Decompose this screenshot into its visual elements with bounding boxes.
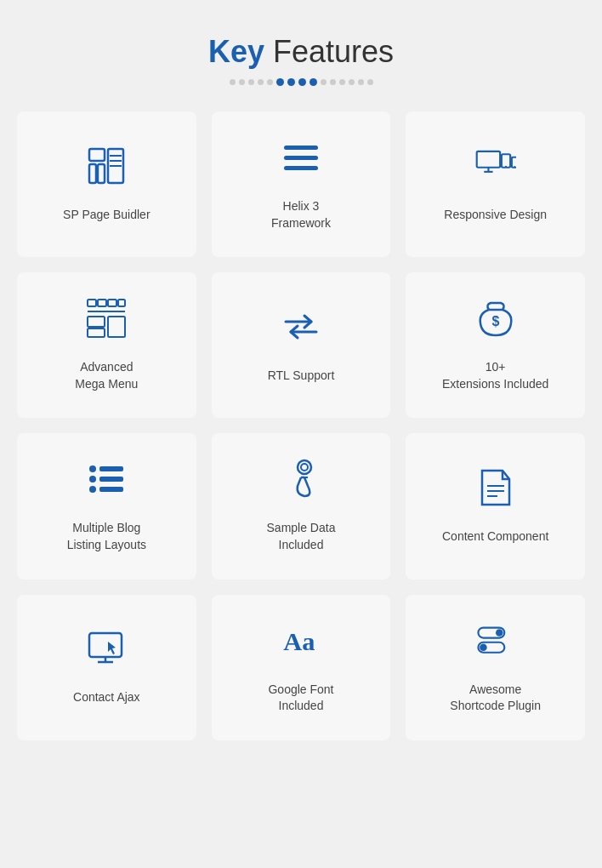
feature-label-shortcode: AwesomeShortcode Plugin <box>450 682 541 715</box>
hamburger-icon <box>281 137 321 183</box>
svg-point-49 <box>480 643 487 651</box>
svg-point-28 <box>89 465 96 472</box>
features-grid: SP Page Buidler Helix 3Framework <box>17 111 585 740</box>
contact-icon <box>86 628 127 674</box>
dot <box>330 79 336 85</box>
feature-label-sp-page-builder: SP Page Buidler <box>63 207 150 224</box>
svg-rect-15 <box>512 157 516 168</box>
svg-point-30 <box>89 476 96 483</box>
feature-label-contact-ajax: Contact Ajax <box>73 689 140 706</box>
feature-label-blog-listing: Multiple BlogListing Layouts <box>67 520 146 553</box>
svg-rect-24 <box>108 317 125 337</box>
rtl-icon <box>281 306 321 352</box>
dot-active <box>287 78 295 86</box>
svg-marker-44 <box>108 642 116 654</box>
dot <box>339 79 345 85</box>
font-icon: Aa <box>281 620 321 666</box>
feature-label-responsive: Responsive Design <box>444 207 547 224</box>
dot-active <box>310 78 317 86</box>
feature-label-helix3: Helix 3Framework <box>271 198 331 231</box>
svg-point-34 <box>298 460 311 474</box>
svg-rect-9 <box>284 166 318 170</box>
feature-card-mega-menu: AdvancedMega Menu <box>17 272 196 418</box>
feature-label-sample-data: Sample DataIncluded <box>267 520 336 553</box>
feature-card-sp-page-builder: SP Page Buidler <box>17 111 196 257</box>
feature-card-extensions: $ 10+Extensions Included <box>406 272 585 418</box>
money-bag-icon: $ <box>475 298 516 344</box>
svg-text:Aa: Aa <box>283 627 315 656</box>
page-title: Key Features <box>17 34 585 70</box>
dot <box>349 79 355 85</box>
dot <box>358 79 364 85</box>
feature-label-mega-menu: AdvancedMega Menu <box>75 359 138 392</box>
svg-rect-23 <box>88 328 105 337</box>
toggle-icon <box>475 620 516 666</box>
feature-card-sample-data: Sample DataIncluded <box>212 433 391 579</box>
dot <box>321 79 327 85</box>
feature-card-responsive: Responsive Design <box>406 111 585 257</box>
svg-point-14 <box>505 166 507 168</box>
feature-card-blog-listing: Multiple BlogListing Layouts <box>17 433 196 579</box>
svg-rect-10 <box>476 151 499 168</box>
feature-card-contact-ajax: Contact Ajax <box>17 595 196 740</box>
dot-active <box>298 78 306 86</box>
feature-card-shortcode: AwesomeShortcode Plugin <box>406 595 585 740</box>
feature-label-content: Content Component <box>442 528 548 545</box>
dot <box>258 79 264 85</box>
dot <box>230 79 236 85</box>
svg-rect-13 <box>502 154 510 167</box>
svg-point-16 <box>514 166 515 168</box>
feature-label-google-font: Google FontIncluded <box>268 682 333 715</box>
svg-rect-7 <box>284 146 318 150</box>
feature-label-extensions: 10+Extensions Included <box>442 359 548 392</box>
feature-label-rtl: RTL Support <box>268 368 335 385</box>
svg-point-47 <box>496 629 503 637</box>
svg-rect-8 <box>284 156 318 160</box>
svg-rect-1 <box>89 164 96 183</box>
svg-rect-22 <box>88 317 105 327</box>
feature-card-rtl: RTL Support <box>212 272 391 418</box>
feature-card-google-font: Aa Google FontIncluded <box>212 595 391 740</box>
dot <box>248 79 254 85</box>
svg-text:$: $ <box>491 314 499 328</box>
mega-menu-icon <box>86 298 127 344</box>
svg-rect-33 <box>99 487 123 492</box>
svg-rect-41 <box>89 633 122 657</box>
svg-rect-17 <box>88 300 96 306</box>
dot <box>267 79 273 85</box>
touch-icon <box>281 459 321 505</box>
svg-rect-29 <box>99 466 123 471</box>
dot-active <box>276 78 284 86</box>
responsive-icon <box>475 146 516 191</box>
list-icon <box>86 459 127 505</box>
svg-rect-31 <box>99 477 123 482</box>
pagination-dots <box>17 78 585 86</box>
document-icon <box>475 467 516 513</box>
feature-card-helix3: Helix 3Framework <box>212 111 391 257</box>
svg-rect-2 <box>98 164 105 183</box>
svg-rect-18 <box>98 300 106 306</box>
svg-rect-20 <box>118 300 125 306</box>
svg-point-35 <box>301 464 308 471</box>
svg-point-32 <box>89 486 96 493</box>
dot <box>239 79 245 85</box>
svg-rect-19 <box>108 300 116 306</box>
dot <box>367 79 373 85</box>
svg-rect-0 <box>89 149 105 161</box>
feature-card-content: Content Component <box>406 433 585 579</box>
page-builder-icon <box>86 146 127 191</box>
